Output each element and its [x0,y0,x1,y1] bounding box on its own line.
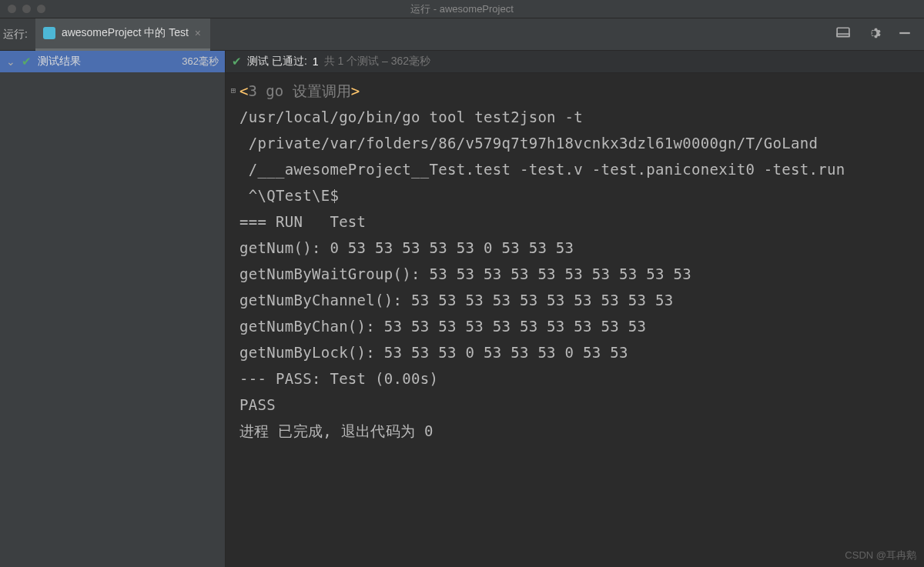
test-tree-root[interactable]: ⌄ ✔ 测试结果 362毫秒 [0,51,225,72]
test-root-label: 测试结果 [38,55,176,68]
minimize-panel-icon[interactable] [898,26,912,43]
svg-rect-1 [837,34,849,36]
console-line: getNumByLock(): 53 53 53 0 53 53 53 0 53… [229,339,916,365]
console-line: getNumByChan(): 53 53 53 53 53 53 53 53 … [229,313,916,339]
console-line: getNumByWaitGroup(): 53 53 53 53 53 53 5… [229,261,916,287]
titlebar: 运行 - awesomeProject [0,0,924,18]
fold-region[interactable]: ⊞ <3 go 设置调用> [229,78,916,104]
maximize-icon[interactable] [37,5,45,13]
console-line: 进程 已完成, 退出代码为 0 [229,418,916,444]
check-icon: ✔ [22,55,32,68]
toolbar-right [836,26,924,43]
status-suffix: 共 1 个测试 – 362毫秒 [324,55,431,68]
run-toolbar: 运行: awesomeProject 中的 Test × [0,18,924,51]
console-panel: ✔ 测试 已通过: 1 共 1 个测试 – 362毫秒 ⊞ <3 go 设置调用… [226,51,924,567]
watermark: CSDN @耳冉鹅 [845,549,916,562]
console-line: /___awesomeProject__Test.test -test.v -t… [229,156,916,182]
layout-icon[interactable] [836,26,850,43]
console-line: PASS [229,392,916,418]
traffic-lights [0,5,45,13]
main-panel: ⌄ ✔ 测试结果 362毫秒 ✔ 测试 已通过: 1 共 1 个测试 – 362… [0,51,924,567]
status-prefix: 测试 已通过: [247,55,307,68]
status-count: 1 [313,55,319,68]
close-tab-icon[interactable]: × [195,27,201,39]
check-icon: ✔ [232,55,242,68]
console-output[interactable]: ⊞ <3 go 设置调用> /usr/local/go/bin/go tool … [226,73,924,567]
console-line: /usr/local/go/bin/go tool test2json -t [229,104,916,130]
chevron-down-icon[interactable]: ⌄ [6,55,15,68]
settings-icon[interactable] [867,26,881,43]
console-line: /private/var/folders/86/v579q7t97h18vcnk… [229,130,916,156]
console-line: --- PASS: Test (0.00s) [229,365,916,392]
console-line: getNumByChannel(): 53 53 53 53 53 53 53 … [229,287,916,313]
run-tab-label: awesomeProject 中的 Test [62,26,189,40]
gopher-icon [43,27,55,39]
console-line: === RUN Test [229,208,916,235]
minimize-icon[interactable] [22,5,31,13]
test-tree-panel: ⌄ ✔ 测试结果 362毫秒 [0,51,226,567]
svg-rect-0 [837,28,849,36]
test-status-bar: ✔ 测试 已通过: 1 共 1 个测试 – 362毫秒 [226,51,924,73]
expand-icon[interactable]: ⊞ [229,78,238,104]
window-title: 运行 - awesomeProject [410,2,514,16]
run-label: 运行: [3,28,35,42]
test-root-time: 362毫秒 [182,55,219,68]
console-line: getNum(): 0 53 53 53 53 53 0 53 53 53 [229,235,916,261]
run-tab-active[interactable]: awesomeProject 中的 Test × [35,18,210,51]
close-icon[interactable] [8,5,16,13]
console-line: ^\QTest\E$ [229,182,916,208]
